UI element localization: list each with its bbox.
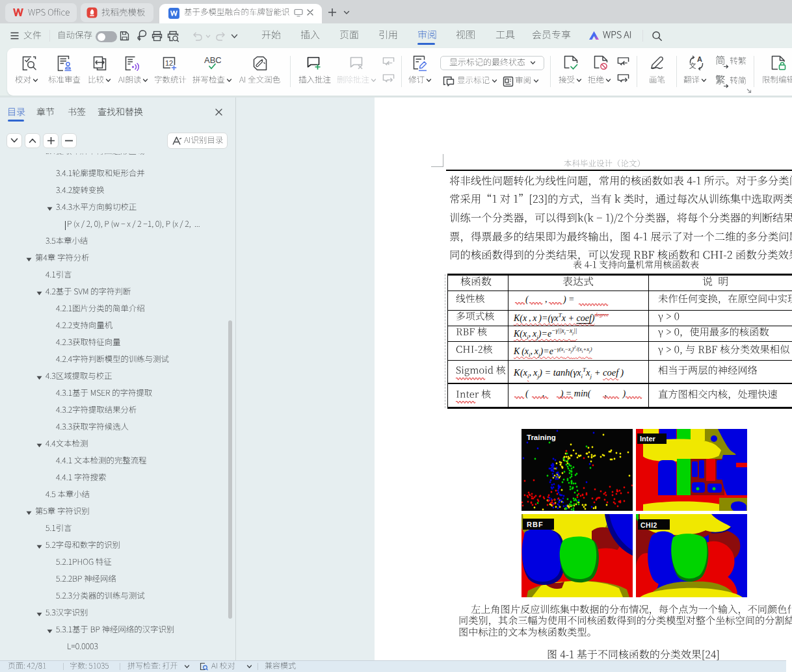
svg-text:12: 12 xyxy=(165,59,173,67)
svg-text:ABC: ABC xyxy=(204,56,221,65)
svg-text:Inter: Inter xyxy=(640,435,656,443)
svg-text:CHI2: CHI2 xyxy=(640,521,657,529)
svg-text:RBF: RBF xyxy=(527,521,544,528)
svg-text:A: A xyxy=(697,55,702,63)
svg-text:Training: Training xyxy=(527,433,556,441)
